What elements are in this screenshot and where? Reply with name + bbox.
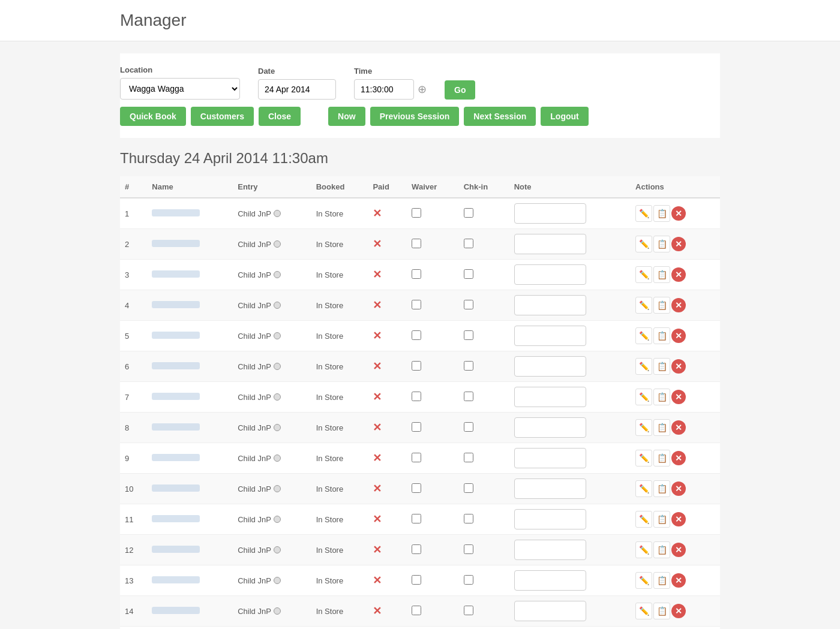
edit-button[interactable]: ✏️ [635,511,652,528]
entry-radio-icon[interactable] [274,607,281,615]
chkin-checkbox[interactable] [464,361,473,371]
copy-button[interactable]: 📋 [653,236,670,252]
note-input[interactable] [514,570,586,591]
waiver-checkbox[interactable] [412,544,421,554]
copy-button[interactable]: 📋 [653,389,670,405]
entry-radio-icon[interactable] [274,210,281,217]
edit-button[interactable]: ✏️ [635,327,652,344]
copy-button[interactable]: 📋 [653,205,670,222]
entry-radio-icon[interactable] [274,516,281,523]
waiver-checkbox[interactable] [412,239,421,248]
delete-button[interactable]: ✕ [671,512,686,526]
chkin-checkbox[interactable] [464,269,473,279]
chkin-checkbox[interactable] [464,392,473,401]
logout-button[interactable]: Logout [541,107,588,126]
copy-button[interactable]: 📋 [653,603,670,619]
delete-button[interactable]: ✕ [671,451,686,465]
entry-radio-icon[interactable] [274,485,281,492]
copy-button[interactable]: 📋 [653,266,670,283]
note-input[interactable] [514,387,586,407]
chkin-checkbox[interactable] [464,208,473,218]
waiver-checkbox[interactable] [412,422,421,432]
entry-radio-icon[interactable] [274,302,281,309]
edit-button[interactable]: ✏️ [635,603,652,619]
date-input[interactable] [258,79,336,100]
go-button[interactable]: Go [445,80,475,100]
edit-button[interactable]: ✏️ [635,205,652,222]
waiver-checkbox[interactable] [412,483,421,493]
edit-button[interactable]: ✏️ [635,236,652,252]
waiver-checkbox[interactable] [412,361,421,371]
note-input[interactable] [514,509,586,529]
note-input[interactable] [514,478,586,499]
entry-radio-icon[interactable] [274,271,281,278]
next-session-button[interactable]: Next Session [464,107,536,126]
chkin-checkbox[interactable] [464,575,473,585]
copy-button[interactable]: 📋 [653,327,670,344]
customers-button[interactable]: Customers [191,107,254,126]
note-input[interactable] [514,234,586,254]
entry-radio-icon[interactable] [274,455,281,462]
edit-button[interactable]: ✏️ [635,541,652,558]
delete-button[interactable]: ✕ [671,359,686,374]
chkin-checkbox[interactable] [464,544,473,554]
delete-button[interactable]: ✕ [671,267,686,282]
chkin-checkbox[interactable] [464,300,473,309]
time-clock-icon[interactable]: ⊕ [418,83,427,96]
edit-button[interactable]: ✏️ [635,358,652,375]
delete-button[interactable]: ✕ [671,543,686,557]
edit-button[interactable]: ✏️ [635,389,652,405]
waiver-checkbox[interactable] [412,514,421,523]
copy-button[interactable]: 📋 [653,511,670,528]
copy-button[interactable]: 📋 [653,297,670,314]
waiver-checkbox[interactable] [412,269,421,279]
chkin-checkbox[interactable] [464,483,473,493]
previous-session-button[interactable]: Previous Session [370,107,460,126]
delete-button[interactable]: ✕ [671,298,686,312]
entry-radio-icon[interactable] [274,363,281,370]
waiver-checkbox[interactable] [412,208,421,218]
delete-button[interactable]: ✕ [671,604,686,618]
note-input[interactable] [514,203,586,224]
entry-radio-icon[interactable] [274,577,281,584]
copy-button[interactable]: 📋 [653,358,670,375]
edit-button[interactable]: ✏️ [635,266,652,283]
copy-button[interactable]: 📋 [653,541,670,558]
delete-button[interactable]: ✕ [671,237,686,251]
delete-button[interactable]: ✕ [671,420,686,435]
chkin-checkbox[interactable] [464,330,473,340]
chkin-checkbox[interactable] [464,422,473,432]
delete-button[interactable]: ✕ [671,481,686,496]
time-input[interactable] [354,79,414,100]
close-button[interactable]: Close [259,107,301,126]
entry-radio-icon[interactable] [274,240,281,248]
chkin-checkbox[interactable] [464,606,473,615]
note-input[interactable] [514,264,586,285]
note-input[interactable] [514,356,586,377]
delete-button[interactable]: ✕ [671,206,686,221]
copy-button[interactable]: 📋 [653,480,670,497]
note-input[interactable] [514,417,586,438]
copy-button[interactable]: 📋 [653,450,670,467]
entry-radio-icon[interactable] [274,546,281,553]
chkin-checkbox[interactable] [464,239,473,248]
entry-radio-icon[interactable] [274,332,281,339]
edit-button[interactable]: ✏️ [635,480,652,497]
waiver-checkbox[interactable] [412,453,421,462]
note-input[interactable] [514,326,586,346]
copy-button[interactable]: 📋 [653,572,670,589]
location-select[interactable]: Wagga Wagga Sydney Melbourne [120,78,240,100]
waiver-checkbox[interactable] [412,606,421,615]
waiver-checkbox[interactable] [412,330,421,340]
waiver-checkbox[interactable] [412,392,421,401]
chkin-checkbox[interactable] [464,453,473,462]
note-input[interactable] [514,601,586,621]
copy-button[interactable]: 📋 [653,419,670,436]
edit-button[interactable]: ✏️ [635,297,652,314]
delete-button[interactable]: ✕ [671,329,686,343]
note-input[interactable] [514,295,586,315]
edit-button[interactable]: ✏️ [635,572,652,589]
edit-button[interactable]: ✏️ [635,419,652,436]
now-button[interactable]: Now [328,107,365,126]
delete-button[interactable]: ✕ [671,573,686,588]
